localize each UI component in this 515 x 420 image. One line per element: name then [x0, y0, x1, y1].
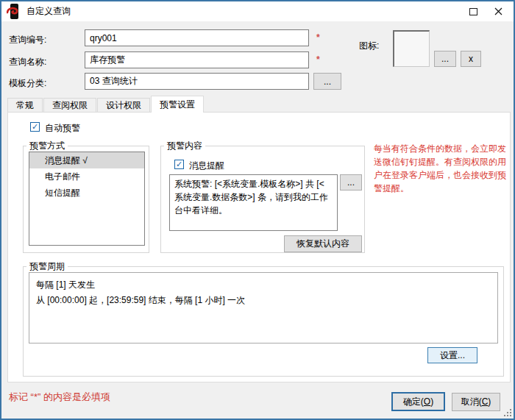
query-code-required-star: * — [316, 32, 320, 43]
ok-button[interactable]: 确定(O) — [391, 392, 445, 411]
query-code-label: 查询编号: — [9, 34, 46, 46]
query-code-input[interactable] — [85, 29, 309, 46]
window-title: 自定义查询 — [26, 5, 71, 18]
required-fields-note: 标记 “*” 的内容是必填项 — [9, 391, 110, 404]
cycle-line-2: 从 [00:00:00] 起，[23:59:59] 结束，每隔 [1 小时] 一… — [36, 293, 491, 308]
message-reminder-label: 消息提醒 — [189, 160, 224, 172]
tab-general[interactable]: 常规 — [7, 98, 43, 113]
ok-button-label: 确定(O) — [403, 396, 433, 408]
alert-message-browse-button[interactable]: ... — [340, 174, 362, 191]
auto-alert-checkbox[interactable]: ✓ — [30, 122, 40, 132]
cancel-button[interactable]: 取消(C) — [452, 393, 500, 411]
cancel-button-label: 取消(C) — [461, 396, 491, 408]
maximize-button[interactable] — [462, 1, 484, 21]
query-name-label: 查询名称: — [9, 56, 46, 68]
custom-query-dialog: 自定义查询 查询编号: * 查询名称: * 模板分类: ... 图标: ... … — [0, 0, 515, 420]
template-category-browse-button[interactable]: ... — [313, 73, 341, 90]
alert-cycle-group-title: 预警周期 — [26, 260, 68, 273]
template-category-input[interactable] — [85, 73, 309, 90]
alert-settings-panel: ✓ 自动预警 预警方式 消息提醒 √ 电子邮件 短信提醒 预警内容 ✓ 消息提醒… — [7, 112, 511, 382]
alert-cycle-description-box[interactable]: 每隔 [1] 天发生 从 [00:00:00] 起，[23:59:59] 结束，… — [29, 272, 498, 344]
list-item-email[interactable]: 电子邮件 — [29, 168, 144, 185]
alert-method-group-title: 预警方式 — [26, 140, 68, 152]
app-logo-icon — [7, 4, 21, 19]
icon-browse-button[interactable]: ... — [434, 51, 456, 67]
restore-default-content-button[interactable]: 恢复默认内容 — [284, 235, 362, 252]
alert-content-group-title: 预警内容 — [164, 140, 205, 152]
auto-alert-label: 自动预警 — [45, 122, 80, 135]
alert-method-listbox: 消息提醒 √ 电子邮件 短信提醒 — [29, 152, 145, 246]
titlebar[interactable]: 自定义查询 — [1, 1, 514, 21]
icon-label: 图标: — [359, 40, 379, 52]
cycle-settings-button[interactable]: 设置... — [427, 347, 477, 363]
resize-grip[interactable] — [505, 410, 511, 416]
maximize-icon — [469, 8, 477, 15]
tab-design-permission[interactable]: 设计权限 — [97, 98, 150, 113]
alert-message-textarea[interactable]: 系统预警: [<系统变量.模板名称>] 共 [<系统变量.数据条数>] 条，请到… — [169, 174, 338, 231]
query-name-input[interactable] — [85, 51, 309, 68]
list-item-message-reminder[interactable]: 消息提醒 √ — [29, 152, 144, 168]
cycle-line-1: 每隔 [1] 天发生 — [36, 277, 491, 293]
close-button[interactable] — [487, 1, 509, 21]
template-category-label: 模板分类: — [9, 77, 46, 90]
tab-alert-settings[interactable]: 预警设置 — [151, 96, 204, 113]
tab-view-permission[interactable]: 查阅权限 — [43, 98, 96, 113]
list-item-sms[interactable]: 短信提醒 — [29, 185, 144, 201]
alert-tip-text: 每当有符合条件的数据，会立即发送微信钉钉提醒。有查阅权限的用户在登录客户端后，也… — [374, 142, 511, 195]
icon-preview-box[interactable] — [393, 30, 430, 67]
query-name-required-star: * — [316, 54, 320, 65]
tabstrip: 常规 查阅权限 设计权限 预警设置 — [7, 97, 205, 113]
message-reminder-checkbox[interactable]: ✓ — [174, 160, 184, 169]
icon-clear-button[interactable]: x — [461, 51, 481, 67]
close-icon — [494, 7, 502, 15]
